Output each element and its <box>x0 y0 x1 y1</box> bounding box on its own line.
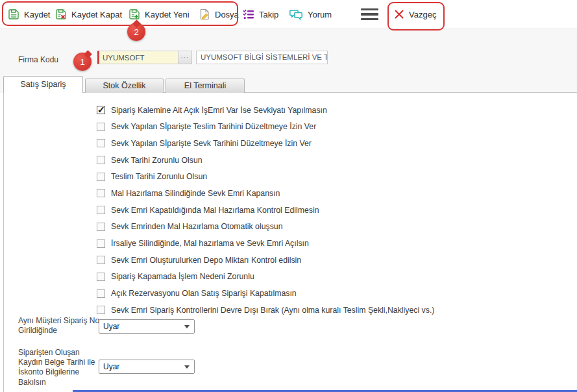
option-row[interactable]: Sipariş Kalemine Ait Açık İşEmri Var İse… <box>97 105 434 115</box>
checkbox[interactable] <box>97 139 105 147</box>
checkbox[interactable] <box>97 106 105 114</box>
option-label: Sipariş Kapamada İşlem Nedeni Zorunlu <box>111 272 254 281</box>
ayni-musteri-select[interactable]: Uyar <box>99 319 195 334</box>
annotation-badge-1: 1 <box>73 53 92 71</box>
file-edit-icon <box>199 8 210 20</box>
firma-kodu-value: UYUMSOFT <box>99 54 178 62</box>
annotation-badge-2: 2 <box>127 23 145 41</box>
checkbox[interactable] <box>97 123 105 131</box>
chevron-down-icon <box>184 365 190 369</box>
firma-kodu-input[interactable]: UYUMSOFT ··· <box>97 51 192 64</box>
option-row[interactable]: Sipariş Kapamada İşlem Nedeni Zorunlu <box>97 272 434 282</box>
checkbox[interactable] <box>97 306 105 314</box>
kaydet-kapat-button[interactable]: Kaydet Kapat <box>55 5 122 23</box>
vazgec-button[interactable]: Vazgeç <box>394 5 436 23</box>
dosya-label: Dosya <box>215 10 239 19</box>
checkbox[interactable] <box>97 223 105 231</box>
option-label: Sevk Emrinden Mal Hazırlama Otomatik olu… <box>111 222 282 231</box>
checkbox[interactable] <box>97 289 105 298</box>
save-icon <box>8 8 19 20</box>
iskonto-bilgileri-select-value: Uyar <box>99 362 184 371</box>
kaydet-button[interactable]: Kaydet <box>8 5 50 23</box>
options-list: Sipariş Kalemine Ait Açık İşEmri Var İse… <box>97 105 434 322</box>
iskonto-bilgileri-select[interactable]: Uyar <box>99 360 195 374</box>
checkbox[interactable] <box>97 173 105 181</box>
checkbox[interactable] <box>97 189 105 197</box>
option-row[interactable]: Sevk Emrinden Mal Hazırlama Otomatik olu… <box>97 222 434 232</box>
uyumsoft-settings-window: Kaydet Kaydet Kapat <box>0 0 577 392</box>
takip-button[interactable]: Takip <box>243 5 278 23</box>
tab-satis-siparis[interactable]: Satış Sipariş <box>3 76 83 93</box>
dosya-button[interactable]: Dosya <box>199 5 239 23</box>
option-row[interactable]: Sevk Emri Oluşturulurken Depo Miktarı Ko… <box>97 255 434 265</box>
tab-stok-ozellik[interactable]: Stok Özellik <box>85 79 164 93</box>
option-label: Sevk Yapılan Sİparişte Teslim Tarihini D… <box>111 122 316 131</box>
option-label: Sipariş Kalemine Ait Açık İşEmri Var İse… <box>111 106 327 115</box>
checkbox[interactable] <box>97 156 105 164</box>
takip-label: Takip <box>259 10 278 19</box>
option-label: Sevk Yapılan Sİparişte Sevk Tarihini Düz… <box>111 139 312 148</box>
kaydet-yeni-label: Kaydet Yeni <box>145 10 190 19</box>
chevron-down-icon <box>184 325 190 328</box>
lookup-button[interactable]: ··· <box>178 51 191 64</box>
cancel-x-icon <box>394 9 404 19</box>
firma-adi-input[interactable]: UYUMSOFT BİLGİ SİSTEMLERİ VE T <box>196 51 328 64</box>
hamburger-icon <box>361 8 378 21</box>
menu-button[interactable] <box>361 5 378 23</box>
save-close-icon <box>55 8 67 20</box>
option-label: Mal Hazırlama Silindiğinde Sevk Emri Kap… <box>111 189 280 198</box>
option-label: Sevk Emri Oluşturulurken Depo Miktarı Ko… <box>111 256 301 265</box>
toolbar: Kaydet Kaydet Kapat <box>0 0 577 29</box>
option-label: Sevk Tarihi Zorunlu Olsun <box>111 156 203 165</box>
option-row[interactable]: İrsaliye Silindiğinde, Mal hazırlama ve … <box>97 239 434 249</box>
option-row[interactable]: Sevk Yapılan Sİparişte Sevk Tarihini Düz… <box>97 138 434 148</box>
yorum-button[interactable]: Yorum <box>289 5 332 23</box>
option-row[interactable]: Teslim Tarihi Zorunlu Olsun <box>97 172 434 182</box>
option-row[interactable]: Açık Rezervasyonu Olan Satış Siparişi Ka… <box>97 289 434 299</box>
option-row[interactable]: Sevk Emri Kapatıldığında Mal Hazırlama K… <box>97 205 434 215</box>
option-row[interactable]: Sevk Emri Sipariş Kontrollerini Devre Dı… <box>97 305 434 315</box>
yorum-label: Yorum <box>308 10 332 19</box>
tab-bar: Satış Sipariş Stok Özellik El Terminali <box>3 76 247 93</box>
option-row[interactable]: Sevk Yapılan Sİparişte Teslim Tarihini D… <box>97 122 434 132</box>
kaydet-label: Kaydet <box>24 10 50 19</box>
ayni-musteri-select-value: Uyar <box>99 322 184 331</box>
comments-icon <box>289 8 303 21</box>
ayni-musteri-label: Aynı Müşteri Sipariş No Girildiğinde <box>18 316 101 336</box>
checkbox[interactable] <box>97 273 105 281</box>
checklist-icon <box>243 8 254 20</box>
kaydet-kapat-label: Kaydet Kapat <box>71 10 122 19</box>
option-row[interactable]: Sevk Tarihi Zorunlu Olsun <box>97 155 434 165</box>
option-label: Açık Rezervasyonu Olan Satış Siparişi Ka… <box>111 289 297 298</box>
vazgec-label: Vazgeç <box>409 10 436 19</box>
option-label: İrsaliye Silindiğinde, Mal hazırlama ve … <box>111 239 309 248</box>
tab-content-panel: Sipariş Kalemine Ait Açık İşEmri Var İse… <box>3 92 577 392</box>
checkbox[interactable] <box>97 256 105 264</box>
firma-kodu-label: Firma Kodu <box>18 55 58 64</box>
iskonto-bilgileri-label: Siparişten Oluşan Kaydın Belge Tarihi il… <box>18 348 104 387</box>
option-row[interactable]: Mal Hazırlama Silindiğinde Sevk Emri Kap… <box>97 188 434 198</box>
option-label: Sevk Emri Kapatıldığında Mal Hazırlama K… <box>111 206 319 215</box>
checkbox[interactable] <box>97 239 105 248</box>
save-new-icon <box>129 8 140 20</box>
tab-el-terminali[interactable]: El Terminali <box>166 79 245 93</box>
option-label: Teslim Tarihi Zorunlu Olsun <box>111 172 207 181</box>
option-label: Sevk Emri Sipariş Kontrollerini Devre Dı… <box>111 306 434 315</box>
checkbox[interactable] <box>97 206 105 214</box>
